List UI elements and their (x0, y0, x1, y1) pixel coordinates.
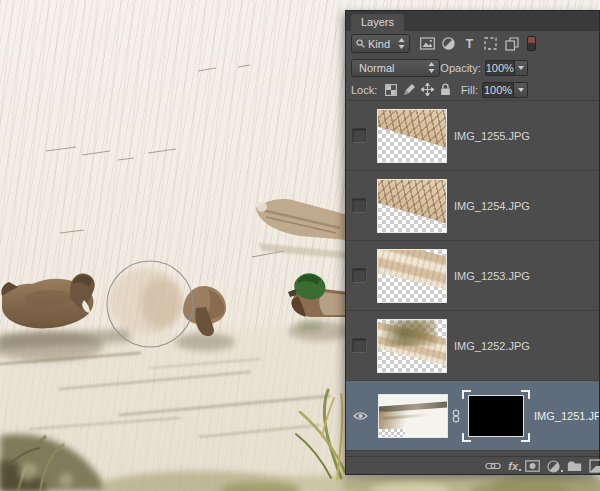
search-icon (356, 39, 365, 48)
pixel-layers-filter-icon[interactable] (419, 35, 436, 52)
duck-reflection (175, 333, 235, 351)
filter-kind-dropdown[interactable]: Kind (351, 34, 410, 53)
lock-position-icon[interactable] (419, 82, 435, 98)
green-reflection (297, 321, 323, 331)
layer-thumbnail[interactable] (377, 109, 447, 163)
type-layers-filter-icon[interactable]: T (461, 35, 478, 52)
layer-name[interactable]: IMG_1252.JPG (454, 340, 530, 352)
layer-thumbnail[interactable] (377, 249, 447, 303)
layers-panel: Layers Kind T (345, 10, 600, 475)
panel-tab-bar: Layers (346, 11, 599, 31)
visibility-toggle[interactable] (352, 409, 368, 422)
layer-row-img1252[interactable]: IMG_1252.JPG (346, 311, 599, 381)
new-adjustment-layer-icon[interactable] (547, 460, 560, 473)
resting-duck (256, 199, 348, 259)
blend-mode-dropdown[interactable]: Normal (351, 59, 440, 77)
lock-transparent-pixels-icon[interactable] (383, 82, 399, 98)
link-layers-icon[interactable] (485, 461, 501, 471)
fill-value-field[interactable]: 100% (482, 82, 514, 98)
lock-all-icon[interactable] (437, 82, 453, 98)
adjustment-layers-filter-icon[interactable] (440, 35, 457, 52)
visibility-toggle[interactable] (352, 268, 367, 283)
layer-name[interactable]: IMG_1255.JPG (454, 130, 530, 142)
layer-mask-thumbnail[interactable] (462, 390, 530, 442)
opacity-value-field[interactable]: 100% (485, 60, 515, 76)
lock-icons (381, 82, 453, 98)
dabbling-duck (183, 286, 226, 336)
fill-label: Fill: (461, 84, 478, 96)
visibility-toggle[interactable] (352, 128, 367, 143)
stepper-arrows-icon (428, 62, 435, 73)
type-glyph: T (466, 38, 473, 50)
layer-row-img1254[interactable]: IMG_1254.JPG (346, 171, 599, 241)
layer-list: IMG_1255.JPG IMG_1254.JPG IMG_1253.JPG I… (346, 100, 599, 456)
filter-row: Kind T (346, 31, 599, 56)
layer-style-icon[interactable]: fx (508, 461, 518, 472)
mask-black-fill (468, 395, 524, 437)
layer-thumbnail[interactable] (378, 394, 448, 438)
layer-row-img1253[interactable]: IMG_1253.JPG (346, 241, 599, 311)
layer-name[interactable]: IMG_1254.JPG (454, 200, 530, 212)
layer-filtering-toggle[interactable] (527, 36, 536, 51)
layer-thumbnail[interactable] (377, 319, 447, 373)
layer-name[interactable]: IMG_1251.JPG (534, 410, 599, 422)
lock-row: Lock: Fill: 100% (346, 79, 599, 100)
filter-kind-label: Kind (368, 38, 398, 50)
visibility-toggle[interactable] (352, 338, 367, 353)
left-duck (1, 274, 94, 329)
fill-dropdown-button[interactable] (514, 82, 528, 98)
layer-thumbnail[interactable] (377, 179, 447, 233)
new-group-icon[interactable] (567, 460, 582, 472)
floating-twigs (46, 65, 284, 257)
opacity-label: Opacity: (440, 62, 480, 74)
blend-mode-row: Normal Opacity: 100% (346, 56, 599, 79)
blend-mode-value: Normal (359, 62, 428, 74)
shape-layers-filter-icon[interactable] (482, 35, 499, 52)
eye-icon (353, 411, 368, 421)
opacity-dropdown-button[interactable] (515, 60, 528, 76)
layer-name[interactable]: IMG_1253.JPG (454, 270, 530, 282)
stepper-arrows-icon (398, 38, 405, 49)
mask-link-icon[interactable] (452, 409, 460, 423)
new-layer-icon[interactable] (589, 459, 600, 473)
layer-row-img1255[interactable]: IMG_1255.JPG (346, 101, 599, 171)
panel-bottom-bar: fx (346, 456, 599, 475)
healing-smudge (109, 268, 183, 334)
layer-row-img1251-selected[interactable]: IMG_1251.JPG (346, 381, 599, 451)
add-layer-mask-icon[interactable] (525, 460, 540, 472)
fx-label: fx (508, 461, 518, 472)
mallard-duck (288, 273, 348, 317)
lock-label: Lock: (351, 84, 377, 96)
smart-objects-filter-icon[interactable] (503, 35, 520, 52)
tab-layers[interactable]: Layers (351, 14, 404, 31)
lock-image-pixels-icon[interactable] (401, 82, 417, 98)
visibility-toggle[interactable] (352, 198, 367, 213)
